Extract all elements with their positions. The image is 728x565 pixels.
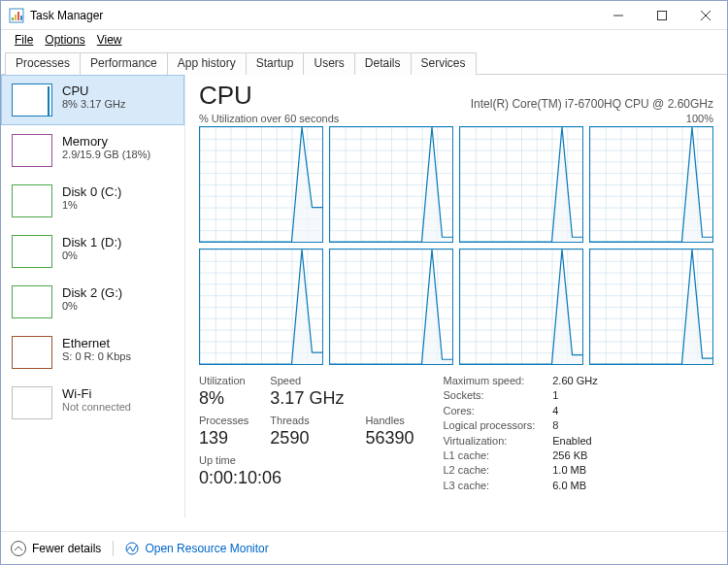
cpu-model: Intel(R) Core(TM) i7-6700HQ CPU @ 2.60GH…	[471, 97, 713, 111]
cpu-graph-4[interactable]	[199, 249, 323, 365]
sidebar-eth-title: Ethernet	[62, 336, 131, 350]
close-button[interactable]	[683, 1, 727, 29]
sidebar-disk0-title: Disk 0 (C:)	[62, 184, 121, 199]
maximize-button[interactable]	[640, 1, 683, 29]
l3-value: 6.0 MB	[552, 480, 597, 492]
svg-rect-4	[20, 16, 22, 20]
sidebar-cpu-title: CPU	[62, 83, 125, 98]
cpu-graph-2[interactable]	[459, 126, 583, 243]
l2-label: L2 cache:	[443, 464, 535, 477]
cpu-stats: Utilization Speed 8% 3.17 GHz Processes …	[199, 375, 713, 492]
disk-thumb-icon	[12, 285, 52, 318]
handles-label: Handles	[365, 415, 414, 426]
svg-rect-2	[15, 15, 17, 20]
menu-view[interactable]: View	[91, 31, 128, 49]
chevron-up-icon[interactable]	[11, 541, 26, 556]
max-speed-value: 2.60 GHz	[552, 375, 597, 387]
tab-details[interactable]: Details	[354, 52, 412, 75]
sidebar-wifi-title: Wi-Fi	[62, 386, 131, 401]
page-title: CPU	[199, 81, 252, 111]
svg-rect-3	[17, 12, 19, 20]
lprocs-value: 8	[552, 419, 597, 432]
tab-services[interactable]: Services	[411, 52, 477, 75]
l1-value: 256 KB	[552, 449, 597, 462]
tab-strip: Processes Performance App history Startu…	[1, 51, 727, 75]
cores-label: Cores:	[443, 405, 535, 417]
handles-value: 56390	[365, 428, 414, 449]
sidebar-memory-title: Memory	[62, 134, 150, 149]
sidebar-disk2-title: Disk 2 (G:)	[62, 285, 122, 300]
title-bar[interactable]: Task Manager	[1, 1, 727, 30]
ethernet-thumb-icon	[12, 336, 52, 369]
processes-label: Processes	[199, 415, 248, 426]
graph-caption-right: 100%	[686, 113, 713, 124]
disk-thumb-icon	[12, 235, 52, 268]
menu-file[interactable]: File	[9, 31, 39, 49]
menu-bar: File Options View	[1, 30, 727, 50]
main-panel: CPU Intel(R) Core(TM) i7-6700HQ CPU @ 2.…	[185, 75, 727, 517]
cpu-graph-5[interactable]	[329, 249, 453, 365]
threads-label: Threads	[270, 415, 344, 426]
graph-caption-left: % Utilization over 60 seconds	[199, 113, 339, 124]
sidebar-disk2-sub: 0%	[62, 300, 122, 312]
sidebar-item-wifi[interactable]: Wi-FiNot connected	[1, 378, 184, 428]
utilization-label: Utilization	[199, 375, 248, 386]
performance-sidebar: CPU8% 3.17 GHz Memory2.9/15.9 GB (18%) D…	[1, 75, 185, 517]
tab-users[interactable]: Users	[303, 52, 354, 75]
max-speed-label: Maximum speed:	[443, 375, 535, 387]
sidebar-item-disk2[interactable]: Disk 2 (G:)0%	[1, 277, 184, 327]
cpu-graphs-grid[interactable]	[199, 126, 713, 365]
virt-value: Enabled	[552, 435, 597, 448]
content-area: CPU8% 3.17 GHz Memory2.9/15.9 GB (18%) D…	[1, 75, 727, 517]
tab-performance[interactable]: Performance	[80, 52, 168, 75]
sidebar-eth-sub: S: 0 R: 0 Kbps	[62, 350, 131, 362]
uptime-label: Up time	[199, 454, 248, 466]
cores-value: 4	[552, 405, 597, 417]
cpu-graph-7[interactable]	[589, 249, 713, 365]
cpu-details: Maximum speed:2.60 GHz Sockets:1 Cores:4…	[443, 375, 597, 492]
svg-rect-1	[12, 17, 14, 20]
sidebar-item-cpu[interactable]: CPU8% 3.17 GHz	[1, 75, 184, 125]
resource-monitor-icon	[125, 542, 139, 555]
sockets-value: 1	[552, 389, 597, 402]
l2-value: 1.0 MB	[552, 464, 597, 477]
speed-value: 3.17 GHz	[270, 388, 344, 409]
sidebar-wifi-sub: Not connected	[62, 401, 131, 413]
sockets-label: Sockets:	[443, 389, 535, 402]
sidebar-disk0-sub: 1%	[62, 199, 121, 211]
sidebar-item-ethernet[interactable]: EthernetS: 0 R: 0 Kbps	[1, 327, 184, 378]
l1-label: L1 cache:	[443, 449, 535, 462]
sidebar-item-disk1[interactable]: Disk 1 (D:)0%	[1, 226, 184, 277]
open-resource-monitor-link[interactable]: Open Resource Monitor	[145, 542, 268, 555]
sidebar-disk1-sub: 0%	[62, 249, 121, 261]
threads-value: 2590	[270, 428, 344, 449]
cpu-graph-0[interactable]	[199, 126, 323, 243]
speed-label: Speed	[270, 375, 344, 386]
lprocs-label: Logical processors:	[443, 419, 535, 432]
cpu-graph-3[interactable]	[589, 126, 713, 243]
window-title: Task Manager	[30, 9, 103, 22]
cpu-graph-6[interactable]	[459, 249, 583, 365]
app-icon	[9, 8, 24, 23]
separator	[113, 541, 114, 556]
tab-app-history[interactable]: App history	[167, 52, 247, 75]
sidebar-cpu-sub: 8% 3.17 GHz	[62, 98, 125, 110]
svg-point-9	[126, 543, 138, 554]
uptime-value: 0:00:10:06	[199, 468, 344, 488]
sidebar-memory-sub: 2.9/15.9 GB (18%)	[62, 149, 150, 160]
memory-thumb-icon	[12, 134, 52, 167]
disk-thumb-icon	[12, 184, 52, 217]
sidebar-item-disk0[interactable]: Disk 0 (C:)1%	[1, 176, 184, 226]
minimize-button[interactable]	[596, 1, 640, 29]
sidebar-item-memory[interactable]: Memory2.9/15.9 GB (18%)	[1, 125, 184, 176]
task-manager-window: Task Manager File Options View Processes…	[0, 0, 728, 565]
menu-options[interactable]: Options	[39, 31, 90, 49]
tab-startup[interactable]: Startup	[246, 52, 305, 75]
fewer-details-button[interactable]: Fewer details	[32, 542, 101, 555]
cpu-graph-1[interactable]	[329, 126, 453, 243]
sidebar-disk1-title: Disk 1 (D:)	[62, 235, 121, 249]
virt-label: Virtualization:	[443, 435, 535, 448]
footer-bar: Fewer details Open Resource Monitor	[1, 531, 727, 564]
svg-rect-6	[657, 11, 666, 19]
tab-processes[interactable]: Processes	[5, 52, 81, 75]
